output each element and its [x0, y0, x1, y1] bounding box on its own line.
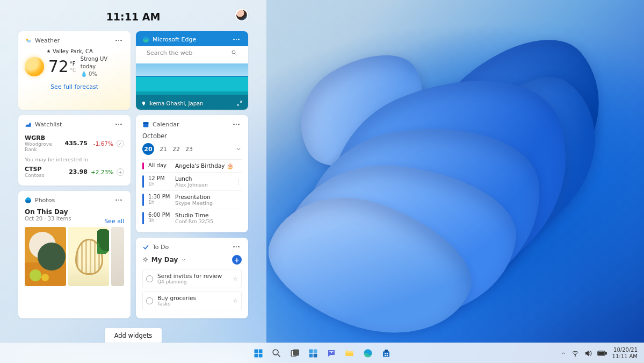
svg-point-20	[331, 352, 332, 353]
calendar-title: Calendar	[153, 121, 228, 128]
star-icon[interactable]: ☆	[233, 275, 238, 282]
svg-rect-23	[383, 351, 389, 357]
todo-task[interactable]: Send invites for reviewQ4 planning ☆	[142, 269, 242, 288]
wifi-icon[interactable]	[571, 350, 579, 357]
weather-widget[interactable]: Weather Valley Park, CA 72 °F°C Strong U…	[18, 31, 131, 110]
photos-widget[interactable]: Photos On This Day Oct 20 · 33 items See…	[18, 191, 131, 318]
edge-caption: Ikema Ohashi, Japan	[141, 101, 204, 106]
svg-rect-25	[385, 353, 386, 354]
forecast-link[interactable]: See full forecast	[25, 83, 124, 90]
calendar-event[interactable]: 12 PM1h LunchAlex Johnson ⋮	[142, 173, 242, 191]
weather-more-button[interactable]	[113, 37, 124, 44]
add-task-button[interactable]: +	[232, 255, 242, 265]
watchlist-widget[interactable]: Watchlist WGRBWoodgrove Bank 435.75 -1.6…	[18, 115, 131, 186]
calendar-event[interactable]: 1:30 PM1h PresentationSkype Meeting	[142, 191, 242, 209]
task-checkbox[interactable]	[146, 275, 153, 282]
calendar-more-button[interactable]	[231, 120, 242, 128]
event-options-icon[interactable]: ⋮	[235, 178, 242, 186]
svg-rect-27	[385, 355, 386, 356]
weather-location: Valley Park, CA	[46, 48, 124, 54]
weather-detail: Strong UV today 💧 0%	[81, 55, 124, 78]
calendar-icon	[142, 121, 149, 128]
svg-rect-19	[313, 353, 317, 357]
task-view-button[interactable]	[287, 346, 302, 361]
weather-icon	[25, 37, 32, 44]
svg-rect-6	[143, 122, 149, 124]
photo-thumb[interactable]	[111, 227, 124, 286]
svg-rect-11	[258, 353, 262, 357]
todo-task[interactable]: Buy groceriesTasks ☆	[142, 291, 242, 310]
watchlist-hint: You may be interested in	[25, 156, 124, 162]
svg-point-29	[575, 355, 575, 356]
edge-icon	[142, 36, 149, 43]
taskbar: 10/20/21 11:11 AM	[0, 343, 644, 363]
svg-rect-26	[386, 353, 387, 354]
calendar-day[interactable]: 23	[185, 146, 193, 153]
calendar-day[interactable]: 22	[172, 146, 180, 153]
weather-title: Weather	[35, 37, 110, 44]
edge-more-button[interactable]	[231, 35, 242, 43]
svg-rect-24	[385, 350, 388, 352]
watchlist-row[interactable]: WGRBWoodgrove Bank 435.75 -1.67% ✓	[25, 132, 124, 154]
battery-icon[interactable]	[597, 350, 607, 357]
row-add-icon[interactable]: +	[117, 168, 124, 176]
task-checkbox[interactable]	[146, 297, 153, 304]
svg-point-12	[273, 350, 278, 355]
todo-icon	[142, 244, 149, 251]
photos-heading: On This Day	[25, 208, 124, 216]
edge-taskbar-button[interactable]	[360, 346, 375, 361]
watchlist-row[interactable]: CTSPContoso 23.98 +2.23% +	[25, 163, 124, 180]
photos-icon	[25, 197, 32, 204]
calendar-event[interactable]: 6:00 PM3h Studio TimeConf Rm 32/35	[142, 209, 242, 227]
svg-rect-32	[605, 352, 606, 354]
add-widgets-button[interactable]: Add widgets	[105, 328, 162, 343]
photos-see-all-link[interactable]: See all	[104, 218, 124, 225]
tray-chevron-icon[interactable]	[561, 351, 566, 356]
taskbar-center	[251, 346, 394, 361]
calendar-event[interactable]: All day Angela's Birthday 🎂	[142, 160, 242, 173]
calendar-day[interactable]: 21	[160, 146, 167, 153]
svg-line-4	[235, 54, 237, 55]
watchlist-more-button[interactable]	[113, 120, 124, 128]
svg-rect-8	[254, 349, 258, 353]
store-button[interactable]	[379, 346, 394, 361]
calendar-day-strip: 20 21 22 23	[142, 143, 242, 155]
svg-rect-16	[309, 349, 313, 353]
expand-icon[interactable]	[236, 100, 243, 106]
panel-clock: 11:11 AM	[106, 11, 161, 23]
svg-rect-15	[293, 350, 298, 355]
sun-icon	[25, 57, 44, 76]
chevron-down-icon[interactable]	[235, 146, 242, 152]
widgets-button[interactable]	[306, 346, 321, 361]
svg-rect-21	[329, 351, 334, 352]
system-tray[interactable]: 10/20/21 11:11 AM	[561, 347, 644, 359]
calendar-widget[interactable]: Calendar October 20 21 22 23 All day Ang…	[136, 115, 248, 232]
chat-button[interactable]	[324, 346, 339, 361]
start-button[interactable]	[251, 346, 266, 361]
stocks-icon	[25, 121, 32, 128]
svg-rect-31	[598, 352, 604, 355]
todo-title: To Do	[153, 244, 228, 251]
calendar-day-current[interactable]: 20	[142, 143, 154, 155]
chevron-down-icon[interactable]	[181, 257, 186, 262]
file-explorer-button[interactable]	[342, 346, 357, 361]
photo-thumb[interactable]	[68, 227, 110, 286]
star-icon[interactable]: ☆	[233, 297, 238, 304]
widgets-panel: 11:11 AM Weather Valley Park, CA 72 °F°C	[0, 0, 266, 363]
edge-background-image[interactable]: Ikema Ohashi, Japan	[136, 63, 248, 110]
photos-more-button[interactable]	[113, 196, 124, 204]
edge-widget[interactable]: Microsoft Edge Search the web Ikema Ohas…	[136, 31, 248, 110]
svg-rect-17	[313, 349, 317, 353]
todo-list-name[interactable]: My Day	[151, 256, 178, 264]
search-button[interactable]	[269, 346, 284, 361]
volume-icon[interactable]	[584, 350, 592, 357]
calendar-month: October	[142, 132, 242, 140]
photo-thumb[interactable]	[25, 227, 66, 286]
row-check-icon[interactable]: ✓	[117, 140, 124, 147]
todo-more-button[interactable]	[231, 243, 242, 251]
edge-search-input[interactable]: Search the web	[142, 46, 242, 59]
calendar-events: All day Angela's Birthday 🎂 12 PM1h Lunc…	[142, 159, 242, 227]
user-avatar[interactable]	[235, 9, 248, 22]
todo-widget[interactable]: To Do ☼ My Day + Send invites for review…	[136, 238, 248, 318]
taskbar-datetime[interactable]: 10/20/21 11:11 AM	[612, 347, 638, 359]
